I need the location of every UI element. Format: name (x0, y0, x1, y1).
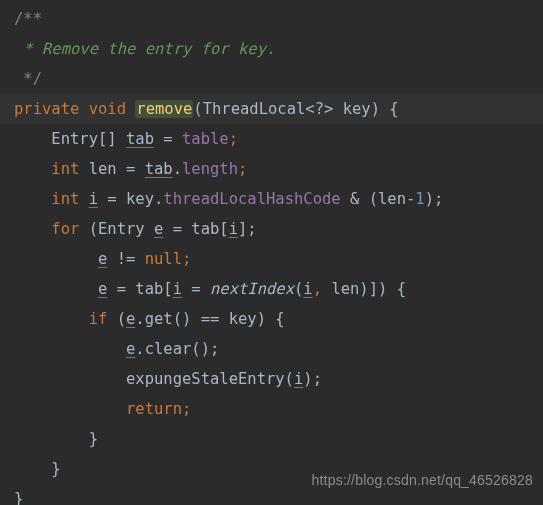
keyword: for (51, 220, 79, 238)
punct: ( (193, 100, 202, 118)
op: & (len- (341, 190, 416, 208)
op: = (182, 280, 210, 298)
var: e (98, 250, 107, 268)
punct: ; (182, 250, 191, 268)
code-line: /** (0, 4, 543, 34)
code-line: return; (0, 394, 543, 424)
brace: } (14, 490, 23, 505)
method-call: expungeStaleEntry( (126, 370, 294, 388)
code-line: * Remove the entry for key. (0, 34, 543, 64)
punct: (Entry (79, 220, 154, 238)
keyword: if (89, 310, 108, 328)
code: .clear(); (135, 340, 219, 358)
code-line: Entry[] tab = table; (0, 124, 543, 154)
punct: , (313, 280, 322, 298)
code-line: e = tab[i = nextIndex(i, len)]) { (0, 274, 543, 304)
punct: ( (107, 310, 126, 328)
field-ref: table (182, 130, 229, 148)
var: len)]) { (322, 280, 406, 298)
method-call: nextIndex (210, 280, 294, 298)
punct: ; (182, 400, 191, 418)
number: 1 (415, 190, 424, 208)
param-name: key (333, 100, 370, 118)
punct: ( (294, 280, 303, 298)
op: = tab[ (163, 220, 228, 238)
code-line: if (e.get() == key) { (0, 304, 543, 334)
sp (79, 190, 88, 208)
code: .get() == key) { (135, 310, 284, 328)
op: = key. (98, 190, 163, 208)
field-ref: threadLocalHashCode (163, 190, 340, 208)
var: i (294, 370, 303, 388)
var: len = (79, 160, 144, 178)
watermark-text: https://blog.csdn.net/qq_46526828 (312, 465, 533, 495)
code-line: expungeStaleEntry(i); (0, 364, 543, 394)
var: tab (145, 160, 173, 178)
punct: ) { (371, 100, 399, 118)
keyword: int (51, 160, 79, 178)
code-line-highlighted: private void remove(ThreadLocal<?> key) … (0, 94, 543, 124)
var: e (126, 310, 135, 328)
keyword: return (126, 400, 182, 418)
type: Entry[] (51, 130, 126, 148)
comment-text: */ (14, 70, 42, 88)
op: = (154, 130, 182, 148)
var: e (126, 340, 135, 358)
comment-text: /** (14, 10, 42, 28)
keyword: private (14, 100, 79, 118)
var: tab (126, 130, 154, 148)
punct: ]; (238, 220, 257, 238)
keyword: int (51, 190, 79, 208)
op: != (107, 250, 144, 268)
keyword: void (89, 100, 126, 118)
var: i (229, 220, 238, 238)
code-line: } (0, 424, 543, 454)
code-line: int len = tab.length; (0, 154, 543, 184)
field-ref: length (182, 160, 238, 178)
punct: ; (238, 160, 247, 178)
code-line: e.clear(); (0, 334, 543, 364)
punct: ); (425, 190, 444, 208)
var: i (89, 190, 98, 208)
code-line: for (Entry e = tab[i]; (0, 214, 543, 244)
punct: . (173, 160, 182, 178)
code-line: e != null; (0, 244, 543, 274)
var: e (154, 220, 163, 238)
method-name: remove (135, 100, 193, 118)
code-line: int i = key.threadLocalHashCode & (len-1… (0, 184, 543, 214)
var: e (98, 280, 107, 298)
param-type: ThreadLocal<?> (203, 100, 334, 118)
var: i (173, 280, 182, 298)
punct: ; (229, 130, 238, 148)
var: i (303, 280, 312, 298)
brace: } (51, 460, 60, 478)
code-line: */ (0, 64, 543, 94)
op: = tab[ (107, 280, 172, 298)
code-editor: /** * Remove the entry for key. */ priva… (0, 0, 543, 505)
brace: } (89, 430, 98, 448)
keyword: null (145, 250, 182, 268)
comment-text: * Remove the entry for key. (14, 40, 275, 58)
punct: ); (303, 370, 322, 388)
